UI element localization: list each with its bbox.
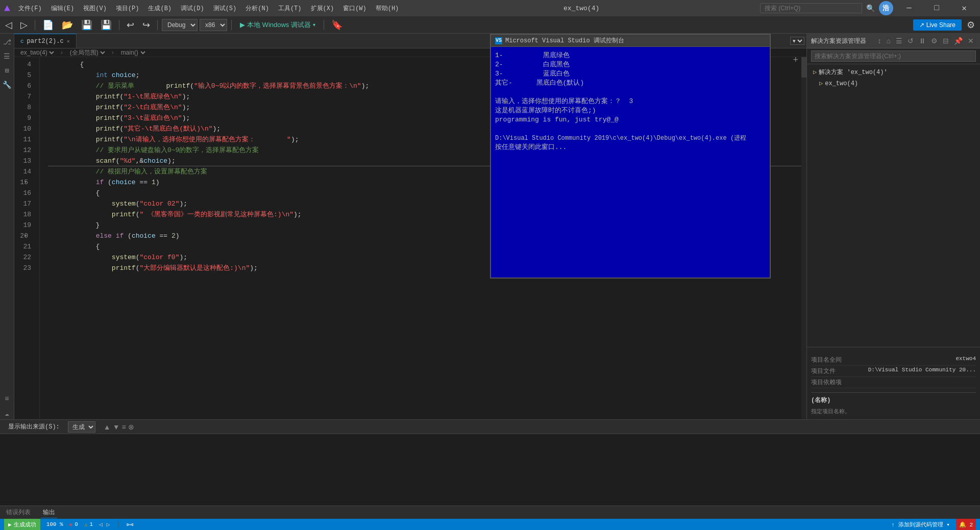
menu-build[interactable]: 生成(B) [144, 2, 176, 15]
solution-search-bar [807, 48, 980, 64]
back-btn[interactable]: ◁ [2, 18, 15, 32]
menu-edit[interactable]: 编辑(E) [47, 2, 79, 15]
sidebar-icon-git[interactable]: ⎇ [1, 36, 13, 48]
new-project-btn[interactable]: 📄 [39, 18, 57, 32]
sidebar-icon-bottom2[interactable]: ☁ [1, 407, 13, 419]
menu-ext[interactable]: 扩展(X) [307, 2, 338, 15]
bottom-tab-errors[interactable]: 错误列表 [4, 507, 33, 518]
redo-btn[interactable]: ↪ [139, 18, 153, 32]
menu-file[interactable]: 文件(F) [14, 2, 46, 15]
console-line-4: 其它- 黑底白色(默认) [495, 79, 766, 88]
minimap [801, 57, 806, 419]
solution-search-input[interactable] [811, 51, 976, 62]
maximize-button[interactable]: □ [925, 0, 948, 16]
output-content [0, 434, 980, 506]
menu-help[interactable]: 帮助(H) [372, 2, 403, 15]
line-num-4: 4 [14, 59, 35, 70]
sep4 [231, 20, 232, 30]
sol-collapse-btn[interactable]: ⊟ [941, 36, 951, 46]
editor-split-select[interactable]: ▾ [790, 37, 804, 45]
prop-row-deps: 项目依赖项 [811, 377, 976, 388]
line-num-19: 19 [14, 220, 35, 231]
save-all-btn[interactable]: 💾 [97, 18, 115, 32]
sidebar-icon-bookmark[interactable]: ☰ [1, 50, 13, 62]
prop-row-file: 项目文件 D:\Visual Studio Community 20... [811, 366, 976, 377]
output-clear-btn[interactable]: ⊗ [128, 423, 134, 431]
settings-btn[interactable]: ⚙ [964, 18, 978, 32]
output-down-btn[interactable]: ▼ [113, 423, 120, 431]
console-line-6: 这是机器蓝屏故障时的不讨喜色;) [495, 106, 766, 115]
output-source-select[interactable]: 生成 [68, 421, 95, 433]
menu-window[interactable]: 窗口(W) [339, 2, 371, 15]
debug-config-select[interactable]: Debug [162, 19, 198, 31]
forward-btn[interactable]: ▷ [17, 18, 31, 32]
sol-item-project[interactable]: ▷ ex_two(4) [807, 78, 980, 89]
line-num-16: 16 [14, 188, 35, 198]
menu-tools[interactable]: 工具(T) [274, 2, 306, 15]
console-line-3: 3- 蓝底白色 [495, 69, 766, 79]
status-left: ▶ 生成成功 100 % ⊗ 0 ⚠ 1 ◁ ▷ | ⊳⊲ [4, 519, 133, 530]
breadcrumb-func-select[interactable]: main() [119, 48, 147, 57]
nav-arrows-status: ◁ ▷ [99, 521, 110, 528]
tab-bar-right: ▾ [790, 37, 806, 45]
line-num-7: 7 [14, 91, 35, 102]
sol-item-label: 解决方案 'ex_two(4)' [819, 68, 887, 77]
sol-filter-btn[interactable]: ☰ [894, 36, 904, 46]
breadcrumb-sep2: › [111, 49, 115, 57]
output-source-label: 显示输出来源(S): [4, 420, 64, 433]
vs-console-icon: VS [495, 37, 502, 44]
title-bar: ▲ 文件(F) 编辑(E) 视图(V) 项目(P) 生成(B) 调试(D) 测试… [0, 0, 980, 16]
bottom-tab-output[interactable]: 输出 [41, 507, 57, 518]
editor-tab-active[interactable]: c part2(2).c ✕ [14, 34, 77, 48]
sep5 [324, 20, 324, 30]
bookmark-btn[interactable]: 🔖 [328, 18, 346, 32]
arch-select[interactable]: x86 [200, 19, 227, 31]
sol-refresh-btn[interactable]: ↺ [905, 36, 916, 46]
sol-pin-btn[interactable]: 📌 [952, 36, 965, 46]
minimize-button[interactable]: — [897, 0, 921, 16]
menu-project[interactable]: 项目(P) [112, 2, 143, 15]
project-icon: ▷ [819, 80, 823, 87]
activity-bar: ⎇ ☰ ⊞ 🔧 ≡ ☁ [0, 34, 14, 419]
sol-sync-btn[interactable]: ↕ [876, 36, 884, 46]
output-wrap-btn[interactable]: ≡ [122, 423, 126, 431]
error-count[interactable]: ⊗ 0 [69, 521, 78, 528]
undo-btn[interactable]: ↩ [124, 18, 137, 32]
live-share-button[interactable]: ↗ Live Share [913, 19, 962, 31]
sol-home-btn[interactable]: ⌂ [885, 36, 893, 46]
console-line-8: D:\Visual Studio Community 2019\c\ex_two… [495, 134, 766, 143]
sidebar-icon-bottom1[interactable]: ≡ [1, 393, 13, 405]
breadcrumb-project-select[interactable]: ex_two(4) [18, 48, 56, 57]
error-icon: ⊗ [69, 521, 73, 528]
save-btn[interactable]: 💾 [78, 18, 95, 32]
warning-count[interactable]: ⚠ 1 [84, 521, 93, 528]
close-button[interactable]: ✕ [952, 0, 976, 16]
run-button[interactable]: ▶ 本地 Windows 调试器 ▾ [236, 19, 320, 31]
menu-view[interactable]: 视图(V) [79, 2, 111, 15]
open-btn[interactable]: 📂 [59, 18, 76, 32]
line-num-22: 22 [14, 252, 35, 263]
sidebar-icon-server[interactable]: ⊞ [1, 64, 13, 77]
global-search-input[interactable] [760, 3, 862, 13]
add-editor-button[interactable]: + [793, 55, 798, 65]
sol-pause-btn[interactable]: ⏸ [917, 36, 928, 46]
menu-test[interactable]: 测试(S) [209, 2, 241, 15]
minimap-thumb[interactable] [801, 57, 806, 78]
sidebar-icon-tools[interactable]: 🔧 [1, 79, 13, 91]
output-up-btn[interactable]: ▲ [104, 423, 111, 431]
search-icon[interactable]: 🔍 [866, 4, 875, 13]
sol-close-btn[interactable]: ✕ [966, 36, 976, 46]
breadcrumb-scope-select[interactable]: (全局范围) [68, 48, 107, 57]
menu-debug[interactable]: 调试(D) [177, 2, 208, 15]
sep1 [35, 20, 35, 30]
run-dropdown-icon: ▾ [313, 22, 315, 28]
sol-item-solution[interactable]: ▷ 解决方案 'ex_two(4)' [807, 66, 980, 78]
source-control-label[interactable]: ↑ 添加到源代码管理 ▾ [891, 521, 949, 528]
bottom-area: 显示输出来源(S): 生成 ▲ ▼ ≡ ⊗ 错误列表 输出 [0, 419, 980, 519]
user-avatar[interactable]: 浩 [879, 1, 893, 15]
output-header: 显示输出来源(S): 生成 ▲ ▼ ≡ ⊗ [0, 420, 980, 434]
sol-settings-btn[interactable]: ⚙ [929, 36, 940, 46]
menu-analyze[interactable]: 分析(N) [241, 2, 273, 15]
tab-close-icon[interactable]: ✕ [67, 38, 70, 44]
sep2 [119, 20, 119, 30]
